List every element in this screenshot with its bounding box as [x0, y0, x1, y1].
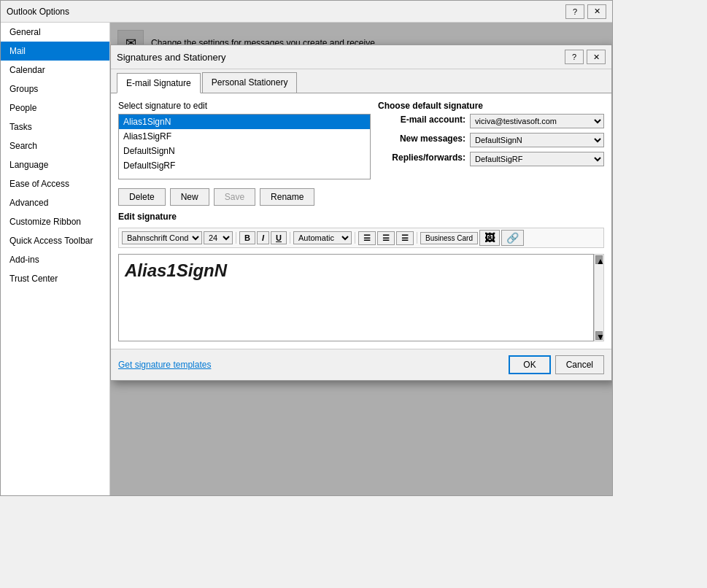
- toolbar-sep-3: [355, 232, 355, 244]
- business-card-button[interactable]: Business Card: [420, 232, 478, 244]
- sidebar-item-people[interactable]: People: [1, 98, 109, 117]
- toolbar-sep-1: [236, 232, 236, 244]
- new-messages-select[interactable]: DefaultSignN: [470, 133, 604, 147]
- sidebar-item-language[interactable]: Language: [1, 155, 109, 174]
- replies-forwards-select[interactable]: DefaultSigRF: [470, 152, 604, 166]
- email-account-row: E-mail account: viciva@testivasoft.com: [378, 114, 604, 128]
- sidebar-item-tasks[interactable]: Tasks: [1, 117, 109, 136]
- sig-toolbar: Bahnschrift Conde 24 B I U Automatic: [118, 228, 604, 248]
- sidebar-item-search[interactable]: Search: [1, 136, 109, 155]
- modal-title-bar: Signatures and Stationery ? ✕: [111, 45, 611, 69]
- sidebar-item-trust-center[interactable]: Trust Center: [1, 269, 109, 288]
- font-name-select[interactable]: Bahnschrift Conde: [122, 231, 202, 244]
- modal-ok-button[interactable]: OK: [509, 355, 550, 374]
- email-account-label: E-mail account:: [378, 115, 465, 125]
- align-left-button[interactable]: ☰: [358, 231, 376, 245]
- sidebar-item-add-ins[interactable]: Add-ins: [1, 250, 109, 269]
- new-messages-label: New messages:: [378, 134, 465, 144]
- sidebar-item-calendar[interactable]: Calendar: [1, 61, 109, 80]
- modal-footer-buttons: OK Cancel: [509, 355, 604, 374]
- close-button[interactable]: ✕: [587, 4, 606, 19]
- sig-default-panel: Choose default signature E-mail account:…: [378, 101, 604, 179]
- get-templates-link[interactable]: Get signature templates: [118, 360, 211, 370]
- new-sig-button[interactable]: New: [170, 188, 209, 206]
- content-area: ✉ Change the settings for messages you c…: [110, 23, 612, 495]
- sidebar-item-advanced[interactable]: Advanced: [1, 193, 109, 212]
- help-button[interactable]: ?: [565, 4, 584, 19]
- email-account-select[interactable]: viciva@testivasoft.com: [470, 114, 604, 128]
- sig-select-row: Select signature to edit Alias1SignN Ali…: [118, 101, 604, 179]
- hyperlink-button[interactable]: 🔗: [501, 230, 524, 246]
- save-sig-button[interactable]: Save: [214, 188, 255, 206]
- sig-action-row: Delete New Save Rename: [118, 188, 604, 206]
- new-messages-row: New messages: DefaultSignN: [378, 133, 604, 147]
- modal-controls: ? ✕: [565, 50, 606, 64]
- tab-personal-stationery[interactable]: Personal Stationery: [202, 72, 298, 93]
- signatures-modal: Signatures and Stationery ? ✕ E-mail Sig…: [110, 45, 612, 381]
- font-color-select[interactable]: Automatic: [293, 231, 352, 244]
- modal-help-button[interactable]: ?: [565, 50, 584, 64]
- sig-list-item-defaultsign[interactable]: DefaultSignN: [119, 144, 370, 158]
- toolbar-sep-2: [290, 232, 290, 244]
- align-right-button[interactable]: ☰: [396, 231, 414, 245]
- main-window: Outlook Options ? ✕ General Mail Calenda…: [0, 0, 613, 496]
- edit-sig-label: Edit signature: [118, 212, 604, 222]
- bold-button[interactable]: B: [239, 231, 255, 244]
- sidebar-item-quick-access-toolbar[interactable]: Quick Access Toolbar: [1, 231, 109, 250]
- window-title: Outlook Options: [7, 7, 69, 17]
- modal-close-button[interactable]: ✕: [587, 50, 606, 64]
- sig-list-box[interactable]: Alias1SignN Alias1SigRF DefaultSignN Def…: [118, 114, 371, 179]
- replies-forwards-row: Replies/forwards: DefaultSigRF: [378, 152, 604, 166]
- sidebar: General Mail Calendar Groups People Task…: [1, 23, 110, 495]
- sidebar-item-groups[interactable]: Groups: [1, 80, 109, 98]
- sig-list-item-defaultsigrf[interactable]: DefaultSigRF: [119, 158, 370, 173]
- delete-sig-button[interactable]: Delete: [118, 188, 166, 206]
- choose-default-label: Choose default signature: [378, 101, 604, 111]
- sig-scrollbar[interactable]: ▲ ▼: [594, 254, 604, 341]
- align-center-button[interactable]: ☰: [377, 231, 395, 245]
- sidebar-item-ease-of-access[interactable]: Ease of Access: [1, 174, 109, 193]
- title-bar-controls: ? ✕: [565, 4, 606, 19]
- replies-forwards-label: Replies/forwards:: [378, 152, 465, 163]
- picture-button[interactable]: 🖼: [479, 230, 500, 246]
- sig-list-item-alias1sign[interactable]: Alias1SignN: [119, 115, 370, 129]
- title-bar: Outlook Options ? ✕: [1, 1, 612, 23]
- sig-select-panel: Select signature to edit Alias1SignN Ali…: [118, 101, 371, 179]
- modal-footer: Get signature templates OK Cancel: [111, 349, 611, 380]
- italic-button[interactable]: I: [257, 231, 269, 244]
- rename-sig-button[interactable]: Rename: [260, 188, 314, 206]
- select-sig-label: Select signature to edit: [118, 101, 371, 111]
- sidebar-item-general[interactable]: General: [1, 23, 109, 42]
- modal-body: Select signature to edit Alias1SignN Ali…: [111, 93, 611, 349]
- sidebar-item-mail[interactable]: Mail: [1, 42, 109, 61]
- scroll-track: [595, 265, 603, 330]
- sig-edit-area[interactable]: Alias1SignN: [118, 254, 594, 341]
- underline-button[interactable]: U: [271, 231, 287, 244]
- modal-tabs: E-mail Signature Personal Stationery: [111, 69, 611, 93]
- scroll-down-arrow[interactable]: ▼: [595, 331, 603, 340]
- scroll-up-arrow[interactable]: ▲: [595, 255, 603, 264]
- toolbar-sep-4: [417, 232, 417, 244]
- modal-title: Signatures and Stationery: [117, 52, 226, 63]
- window-body: General Mail Calendar Groups People Task…: [1, 23, 612, 495]
- font-size-select[interactable]: 24: [204, 231, 233, 244]
- modal-cancel-button[interactable]: Cancel: [555, 355, 604, 374]
- sidebar-item-customize-ribbon[interactable]: Customize Ribbon: [1, 212, 109, 231]
- sig-list-item-alias1sigrf[interactable]: Alias1SigRF: [119, 129, 370, 144]
- tab-email-signature[interactable]: E-mail Signature: [117, 73, 201, 93]
- modal-overlay: Signatures and Stationery ? ✕ E-mail Sig…: [110, 23, 612, 495]
